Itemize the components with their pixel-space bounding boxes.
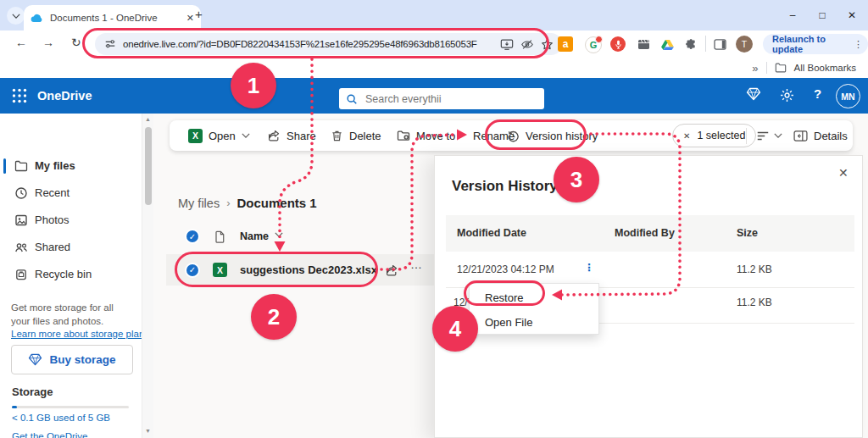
version-menu-kebab-icon[interactable]: ⋮ [584, 262, 594, 274]
chevron-down-icon[interactable] [275, 232, 283, 237]
clear-selection-icon[interactable]: ✕ [683, 131, 690, 141]
account-avatar[interactable]: MN [836, 84, 860, 108]
select-all-checkbox[interactable]: ✓ [185, 229, 200, 244]
browser-window: Documents 1 - OneDrive ✕ + – □ ✕ ← → ↻ o… [0, 0, 868, 438]
minimize-button[interactable]: – [783, 7, 802, 24]
share-button[interactable]: Share [267, 120, 316, 151]
selection-count-label: 1 selected [697, 130, 745, 141]
command-bar-divider [746, 128, 747, 144]
scroll-up-icon[interactable]: ▲ [145, 116, 151, 122]
bookmarks-divider [766, 62, 767, 74]
notification-dot [595, 36, 603, 43]
google-drive-icon [661, 39, 674, 50]
trash-icon [331, 130, 343, 142]
overflow-bookmarks-icon[interactable]: » [752, 62, 758, 75]
sidebar-item-photos[interactable]: Photos [0, 208, 142, 233]
tab-search-button[interactable] [7, 7, 25, 25]
close-window-button[interactable]: ✕ [843, 7, 861, 24]
bookmark-star-icon[interactable] [541, 38, 554, 51]
extension-amazon-icon[interactable]: a [558, 36, 573, 52]
delete-label: Delete [349, 130, 381, 142]
extension-grammarly-icon[interactable]: G [585, 36, 602, 53]
back-button[interactable]: ← [15, 36, 27, 49]
scrollbar-thumb[interactable] [145, 127, 152, 205]
scroll-down-icon[interactable]: ▼ [145, 428, 151, 434]
buy-storage-button[interactable]: Buy storage [11, 345, 133, 374]
sidebar-item-recent[interactable]: Recent [0, 180, 142, 206]
address-bar[interactable]: onedrive.live.com/?id=DB0FD8220434153F%2… [95, 33, 562, 55]
open-button[interactable]: X Open [188, 120, 250, 151]
history-icon [507, 130, 520, 142]
sort-lines-icon [756, 130, 770, 141]
sidebar-label: My files [35, 159, 75, 172]
version-date: 12/21/2023 04:12 PM [457, 263, 554, 275]
share-icon [267, 129, 281, 142]
chevron-down-icon [242, 133, 250, 138]
side-panel-button[interactable] [712, 36, 727, 52]
version-size: 11.2 KB [737, 263, 772, 275]
side-panel-icon [714, 39, 726, 50]
url-text[interactable]: onedrive.live.com/?id=DB0FD8220434153F%2… [123, 39, 493, 49]
name-column-header[interactable]: Name [240, 230, 269, 242]
menu-item-restore[interactable]: Restore [485, 291, 524, 304]
version-history-button[interactable]: Version history [507, 120, 598, 151]
eye-off-icon[interactable] [520, 39, 534, 50]
search-icon [346, 93, 358, 105]
sidebar-label: Recent [35, 186, 70, 199]
relaunch-to-update-button[interactable]: Relaunch to update ⋮ [763, 34, 868, 54]
move-to-button[interactable]: Move to [397, 120, 455, 151]
help-button[interactable]: ? [814, 86, 821, 101]
more-actions-icon[interactable]: … [410, 258, 422, 271]
details-pane-icon [793, 130, 808, 141]
menu-item-open-file[interactable]: Open File [485, 316, 532, 329]
forward-button[interactable]: → [42, 36, 54, 49]
maximize-button[interactable]: □ [813, 7, 832, 24]
reload-button[interactable]: ↻ [71, 36, 81, 49]
delete-button[interactable]: Delete [331, 120, 381, 151]
site-settings-icon [104, 38, 116, 50]
file-name[interactable]: suggestions Dec2023.xlsx [240, 263, 377, 276]
install-app-icon[interactable] [500, 38, 514, 51]
breadcrumb-root[interactable]: My files [178, 197, 220, 210]
extensions-menu-button[interactable] [683, 36, 698, 52]
tab-close-icon[interactable]: ✕ [186, 13, 194, 24]
search-box[interactable] [339, 88, 544, 109]
sidebar-item-my-files[interactable]: My files [0, 153, 142, 179]
panel-close-icon[interactable]: ✕ [838, 166, 849, 180]
browser-profile-avatar[interactable]: T [736, 36, 753, 53]
all-bookmarks-label[interactable]: All Bookmarks [794, 63, 857, 73]
share-icon[interactable] [385, 263, 398, 277]
sidebar-scrollbar[interactable]: ▲ ▼ [142, 114, 153, 438]
chevron-down-icon [774, 133, 782, 138]
row-checkbox[interactable]: ✓ [185, 263, 200, 278]
onedrive-brand[interactable]: OneDrive [37, 78, 92, 114]
extension-drive-icon[interactable] [659, 36, 675, 52]
details-button[interactable]: Details [793, 120, 848, 151]
version-context-menu: Restore Open File [469, 283, 599, 335]
selection-count-pill[interactable]: ✕ 1 selected [672, 124, 756, 147]
extension-clapper-icon[interactable] [636, 36, 651, 52]
open-label: Open [209, 130, 236, 142]
extension-recorder-icon[interactable] [610, 36, 626, 52]
browser-menu-kebab-icon[interactable]: ⋮ [854, 39, 863, 50]
file-row[interactable]: ✓ X suggestions Dec2023.xlsx … [166, 254, 434, 286]
clock-icon [14, 186, 28, 200]
storage-plans-link[interactable]: Learn more about storage plans. [11, 329, 152, 339]
sidebar-item-shared[interactable]: Shared [0, 235, 142, 260]
get-onedrive-link[interactable]: Get the OneDrive [12, 431, 87, 438]
storage-heading: Storage [12, 385, 53, 398]
tab-title: Documents 1 - OneDrive [50, 13, 181, 23]
photo-icon [14, 213, 28, 227]
browser-tab[interactable]: Documents 1 - OneDrive ✕ [24, 5, 201, 30]
share-label: Share [287, 130, 316, 142]
sidebar-item-recycle-bin[interactable]: Recycle bin [0, 262, 142, 287]
premium-diamond-icon[interactable] [746, 87, 761, 101]
chevron-down-icon [12, 14, 20, 19]
new-tab-button[interactable]: + [195, 7, 203, 21]
storage-usage-link[interactable]: < 0.1 GB used of 5 GB [12, 413, 110, 423]
settings-gear-icon[interactable] [780, 88, 794, 103]
search-input[interactable] [364, 92, 511, 106]
storage-progress-fill [12, 406, 17, 408]
sort-button[interactable] [756, 120, 782, 151]
app-launcher-waffle-icon[interactable] [12, 88, 27, 103]
